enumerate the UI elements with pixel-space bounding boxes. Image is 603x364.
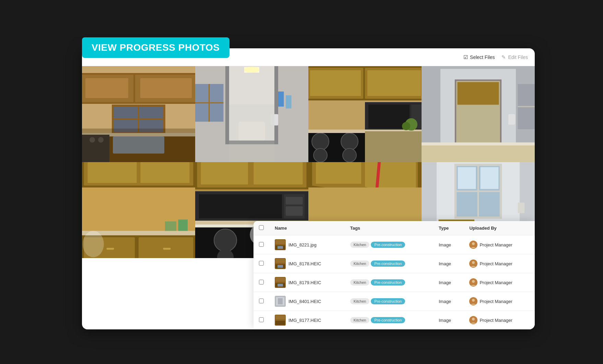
svg-rect-57 [82,162,195,258]
row-checkbox[interactable] [259,261,264,266]
uploader-name: Project Manager [480,299,512,304]
svg-rect-2 [82,75,133,102]
row-checkbox[interactable] [259,317,264,322]
select-files-button[interactable]: ☑ Select Files [463,54,495,60]
svg-rect-123 [275,259,285,263]
avatar [469,241,477,249]
svg-rect-66 [139,237,193,258]
edit-files-button[interactable]: ✎ Edit Files [501,54,528,60]
svg-rect-92 [308,162,422,180]
svg-rect-105 [456,165,501,218]
column-name: Name [269,221,345,235]
tag-badge: Pre-construction [371,242,405,248]
svg-rect-37 [411,105,422,129]
svg-rect-33 [310,70,361,96]
svg-rect-141 [275,321,285,325]
column-tags: Tags [345,221,433,235]
svg-rect-31 [308,68,363,99]
tag-badge: Pre-construction [371,279,405,286]
svg-point-138 [472,299,475,302]
table-row: IMG_8221.jpgKitchenPre-constructionImage… [253,235,535,254]
svg-point-40 [341,133,358,150]
page-wrapper: VIEW PROGRESS PHOTOS ☑ Select Files ✎ Ed… [61,28,542,336]
svg-rect-1 [82,73,195,104]
photo-cell-5[interactable] [82,162,195,258]
file-uploader-cell: Project Manager [464,273,535,292]
svg-rect-38 [308,131,365,162]
svg-rect-50 [456,80,501,144]
svg-rect-4 [85,78,128,98]
svg-rect-13 [82,135,109,162]
photo-cell-3[interactable] [308,66,422,162]
row-checkbox[interactable] [259,280,264,284]
svg-rect-17 [225,66,278,144]
svg-rect-32 [365,68,422,99]
svg-rect-98 [308,187,422,225]
svg-rect-76 [254,162,303,184]
svg-rect-109 [458,167,476,189]
svg-rect-20 [244,67,259,73]
row-checkbox[interactable] [259,299,264,303]
row-checkbox[interactable] [259,242,264,247]
svg-rect-10 [82,135,195,162]
main-card: ☑ Select Files ✎ Edit Files [82,48,535,329]
photo-cell-2[interactable] [195,66,308,162]
svg-rect-51 [458,82,499,105]
svg-rect-64 [82,235,195,258]
photo-svg-4 [422,66,535,162]
svg-rect-54 [422,144,535,162]
file-name-cell: IMG_8177.HEIC [275,315,339,326]
svg-rect-55 [422,143,535,146]
file-uploader-cell: Project Manager [464,235,535,254]
table-header-row: Name Tags Type Uploaded By [253,221,535,235]
file-uploader-cell: Project Manager [464,292,535,311]
svg-rect-18 [229,66,274,141]
svg-rect-129 [275,278,285,282]
file-tags-cell: KitchenPre-construction [345,254,433,273]
svg-point-85 [214,229,237,252]
svg-point-14 [90,137,95,143]
svg-rect-12 [113,136,164,154]
svg-rect-56 [508,114,515,125]
svg-marker-95 [316,162,361,184]
svg-rect-6 [113,106,164,133]
svg-rect-11 [82,133,195,136]
file-tags-cell: KitchenPre-construction [345,311,433,330]
uploader-info: Project Manager [469,241,529,249]
edit-icon: ✎ [501,54,506,60]
edit-files-label: Edit Files [508,54,528,60]
column-checkbox[interactable] [253,221,269,235]
svg-point-46 [402,122,410,130]
file-tags-cell: KitchenPre-construction [345,273,433,292]
svg-rect-47 [422,66,535,162]
svg-marker-93 [308,162,422,203]
svg-rect-23 [195,84,224,122]
table-row: IMG_8177.HEICKitchenPre-constructionImag… [253,311,535,330]
uploader-info: Project Manager [469,259,529,268]
svg-point-69 [83,231,104,257]
checkbox-icon: ☑ [463,54,468,60]
file-name-text: IMG_8177.HEIC [288,318,321,323]
file-thumbnail [275,296,286,307]
svg-rect-77 [195,191,308,221]
file-name-text: IMG_8178.HEIC [288,261,321,266]
svg-rect-125 [277,265,283,268]
svg-rect-60 [88,162,137,183]
tag-badge: Kitchen [350,260,370,267]
select-all-checkbox[interactable] [259,225,264,230]
photo-cell-1[interactable] [82,66,195,162]
file-tags-cell: KitchenPre-construction [345,292,433,311]
photo-cell-4[interactable] [422,66,535,162]
svg-rect-81 [286,206,303,216]
uploader-info: Project Manager [469,316,529,324]
svg-rect-34 [367,70,421,96]
svg-rect-110 [481,167,499,189]
svg-point-42 [343,148,356,162]
svg-rect-70 [165,221,176,231]
file-name-text: IMG_8221.jpg [288,242,317,247]
file-name-cell: IMG_8221.jpg [275,239,339,250]
avatar [469,297,477,305]
svg-rect-106 [456,165,501,218]
column-uploaded-by: Uploaded By [464,221,535,235]
column-type: Type [433,221,464,235]
